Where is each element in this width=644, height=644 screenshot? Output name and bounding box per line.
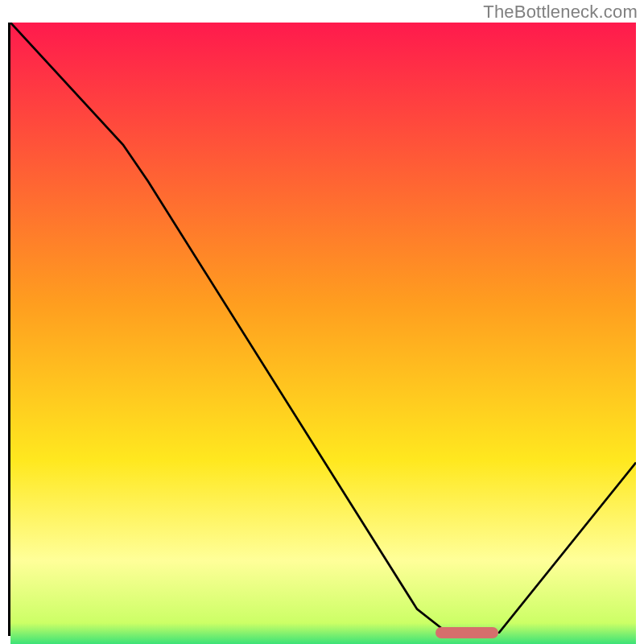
watermark-text: TheBottleneck.com xyxy=(483,2,638,23)
optimal-range-marker xyxy=(436,627,498,638)
bottleneck-curve xyxy=(10,23,636,634)
bottleneck-chart xyxy=(8,23,636,636)
